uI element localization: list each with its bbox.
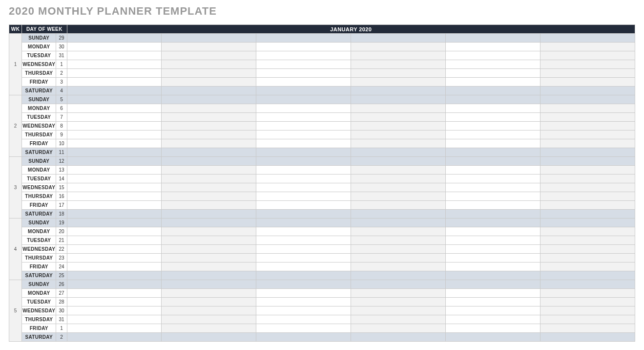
entry-cell[interactable]	[446, 175, 540, 183]
entry-cell[interactable]	[256, 51, 351, 60]
entry-cell[interactable]	[540, 306, 635, 315]
entry-cell[interactable]	[256, 175, 351, 183]
entry-cell[interactable]	[446, 298, 540, 306]
entry-cell[interactable]	[256, 104, 351, 113]
entry-cell[interactable]	[446, 131, 540, 139]
entry-cell[interactable]	[256, 271, 351, 280]
entry-cell[interactable]	[446, 34, 540, 43]
entry-cell[interactable]	[67, 315, 162, 324]
entry-cell[interactable]	[162, 139, 256, 148]
entry-cell[interactable]	[540, 333, 635, 342]
entry-cell[interactable]	[351, 306, 446, 315]
entry-cell[interactable]	[67, 166, 162, 175]
entry-cell[interactable]	[540, 166, 635, 175]
entry-cell[interactable]	[67, 51, 162, 60]
entry-cell[interactable]	[540, 219, 635, 227]
entry-cell[interactable]	[67, 104, 162, 113]
entry-cell[interactable]	[446, 69, 540, 78]
entry-cell[interactable]	[162, 227, 256, 236]
entry-cell[interactable]	[67, 271, 162, 280]
entry-cell[interactable]	[67, 78, 162, 87]
entry-cell[interactable]	[67, 87, 162, 95]
entry-cell[interactable]	[162, 34, 256, 43]
entry-cell[interactable]	[540, 315, 635, 324]
entry-cell[interactable]	[67, 157, 162, 166]
entry-cell[interactable]	[67, 254, 162, 262]
entry-cell[interactable]	[446, 148, 540, 157]
entry-cell[interactable]	[540, 298, 635, 306]
entry-cell[interactable]	[256, 87, 351, 95]
entry-cell[interactable]	[351, 298, 446, 306]
entry-cell[interactable]	[351, 324, 446, 333]
entry-cell[interactable]	[67, 236, 162, 245]
entry-cell[interactable]	[540, 289, 635, 298]
entry-cell[interactable]	[540, 280, 635, 289]
entry-cell[interactable]	[67, 34, 162, 43]
entry-cell[interactable]	[540, 87, 635, 95]
entry-cell[interactable]	[446, 104, 540, 113]
entry-cell[interactable]	[67, 175, 162, 183]
entry-cell[interactable]	[446, 219, 540, 227]
entry-cell[interactable]	[67, 95, 162, 104]
entry-cell[interactable]	[162, 175, 256, 183]
entry-cell[interactable]	[540, 262, 635, 271]
entry-cell[interactable]	[256, 245, 351, 254]
entry-cell[interactable]	[162, 183, 256, 192]
entry-cell[interactable]	[67, 131, 162, 139]
entry-cell[interactable]	[351, 289, 446, 298]
entry-cell[interactable]	[446, 78, 540, 87]
entry-cell[interactable]	[162, 245, 256, 254]
entry-cell[interactable]	[540, 131, 635, 139]
entry-cell[interactable]	[256, 148, 351, 157]
entry-cell[interactable]	[540, 51, 635, 60]
entry-cell[interactable]	[256, 183, 351, 192]
entry-cell[interactable]	[256, 131, 351, 139]
entry-cell[interactable]	[256, 315, 351, 324]
entry-cell[interactable]	[67, 210, 162, 219]
entry-cell[interactable]	[351, 315, 446, 324]
entry-cell[interactable]	[540, 34, 635, 43]
entry-cell[interactable]	[351, 34, 446, 43]
entry-cell[interactable]	[540, 210, 635, 219]
entry-cell[interactable]	[446, 166, 540, 175]
entry-cell[interactable]	[162, 280, 256, 289]
entry-cell[interactable]	[162, 78, 256, 87]
entry-cell[interactable]	[540, 157, 635, 166]
entry-cell[interactable]	[162, 43, 256, 51]
entry-cell[interactable]	[540, 113, 635, 122]
entry-cell[interactable]	[351, 333, 446, 342]
entry-cell[interactable]	[351, 148, 446, 157]
entry-cell[interactable]	[446, 245, 540, 254]
entry-cell[interactable]	[540, 236, 635, 245]
entry-cell[interactable]	[67, 324, 162, 333]
entry-cell[interactable]	[256, 324, 351, 333]
entry-cell[interactable]	[446, 324, 540, 333]
entry-cell[interactable]	[351, 131, 446, 139]
entry-cell[interactable]	[446, 139, 540, 148]
entry-cell[interactable]	[540, 201, 635, 210]
entry-cell[interactable]	[540, 43, 635, 51]
entry-cell[interactable]	[256, 333, 351, 342]
entry-cell[interactable]	[256, 254, 351, 262]
entry-cell[interactable]	[67, 148, 162, 157]
entry-cell[interactable]	[540, 60, 635, 69]
entry-cell[interactable]	[540, 271, 635, 280]
entry-cell[interactable]	[162, 192, 256, 201]
entry-cell[interactable]	[446, 262, 540, 271]
entry-cell[interactable]	[256, 95, 351, 104]
entry-cell[interactable]	[446, 122, 540, 131]
entry-cell[interactable]	[446, 183, 540, 192]
entry-cell[interactable]	[162, 122, 256, 131]
entry-cell[interactable]	[446, 210, 540, 219]
entry-cell[interactable]	[256, 201, 351, 210]
entry-cell[interactable]	[446, 157, 540, 166]
entry-cell[interactable]	[351, 210, 446, 219]
entry-cell[interactable]	[351, 51, 446, 60]
entry-cell[interactable]	[67, 298, 162, 306]
entry-cell[interactable]	[256, 60, 351, 69]
entry-cell[interactable]	[446, 227, 540, 236]
entry-cell[interactable]	[162, 210, 256, 219]
entry-cell[interactable]	[256, 289, 351, 298]
entry-cell[interactable]	[540, 324, 635, 333]
entry-cell[interactable]	[162, 315, 256, 324]
